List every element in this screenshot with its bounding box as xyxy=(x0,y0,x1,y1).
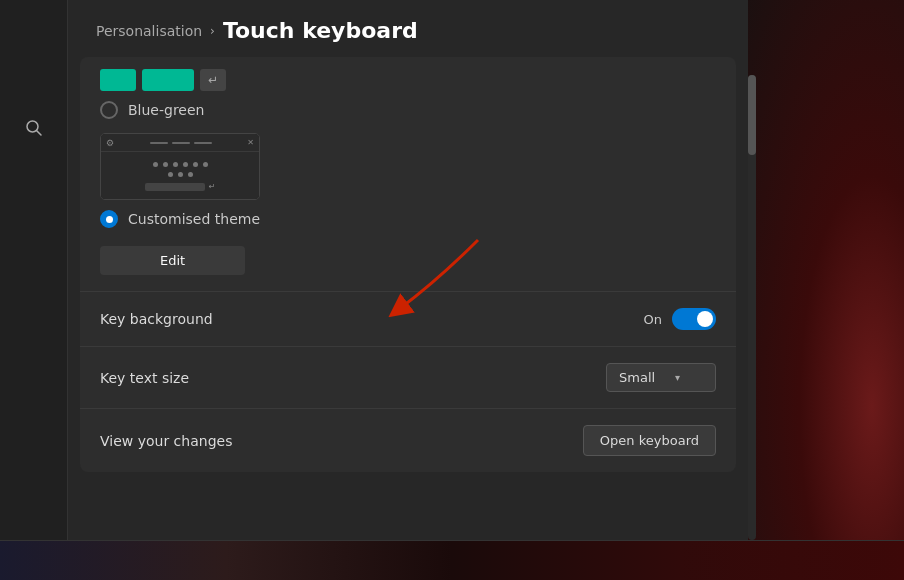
view-changes-label: View your changes xyxy=(100,433,232,449)
preview-dots-row-1 xyxy=(109,162,251,167)
dot-3 xyxy=(173,162,178,167)
theme-selection-section: ↵ Blue-green ⚙ xyxy=(80,57,736,292)
preview-dash-lines xyxy=(117,142,244,144)
page-title: Touch keyboard xyxy=(223,18,418,43)
dash-line-1 xyxy=(150,142,168,144)
svg-line-1 xyxy=(37,131,42,136)
header: Personalisation › Touch keyboard xyxy=(68,0,748,57)
scrollbar-thumb[interactable] xyxy=(748,75,756,155)
chevron-down-icon: ▾ xyxy=(675,372,680,383)
sidebar xyxy=(0,0,68,580)
key-background-row: Key background On xyxy=(80,292,736,347)
breadcrumb-chevron: › xyxy=(210,24,215,38)
key-green-2 xyxy=(142,69,194,91)
background-right xyxy=(744,0,904,580)
scrollbar-track[interactable] xyxy=(748,75,756,540)
dash-line-2 xyxy=(172,142,190,144)
preview-settings-icon: ⚙ xyxy=(106,138,114,148)
dot-4 xyxy=(183,162,188,167)
key-text-size-row: Key text size Small ▾ xyxy=(80,347,736,408)
key-background-label: Key background xyxy=(100,311,213,327)
key-background-toggle[interactable] xyxy=(672,308,716,330)
keyboard-top-preview: ↵ xyxy=(100,69,716,91)
customised-theme-radio[interactable] xyxy=(100,210,118,228)
main-content: Personalisation › Touch keyboard ↵ Blue-… xyxy=(68,0,748,580)
key-enter: ↵ xyxy=(200,69,226,91)
blue-green-label: Blue-green xyxy=(128,102,204,118)
dot-1 xyxy=(153,162,158,167)
content-panel: ↵ Blue-green ⚙ xyxy=(80,57,736,472)
preview-spacebar xyxy=(145,183,205,191)
dash-line-3 xyxy=(194,142,212,144)
dot-5 xyxy=(193,162,198,167)
key-background-control: On xyxy=(644,308,716,330)
dot-8 xyxy=(178,172,183,177)
customised-theme-label: Customised theme xyxy=(128,211,260,227)
customised-theme-radio-option[interactable]: Customised theme xyxy=(100,210,260,228)
customised-theme-section: ⚙ ✕ xyxy=(100,133,716,275)
preview-enter-icon: ↵ xyxy=(209,182,216,191)
dot-6 xyxy=(203,162,208,167)
search-icon xyxy=(25,119,43,137)
key-text-size-dropdown[interactable]: Small ▾ xyxy=(606,363,716,392)
key-green-1 xyxy=(100,69,136,91)
preview-dots-row-2 xyxy=(109,172,251,177)
open-keyboard-button[interactable]: Open keyboard xyxy=(583,425,716,456)
blue-green-option[interactable]: Blue-green xyxy=(100,101,716,119)
breadcrumb: Personalisation xyxy=(96,23,202,39)
key-background-status: On xyxy=(644,312,662,327)
search-icon-container[interactable] xyxy=(16,110,52,146)
dot-9 xyxy=(188,172,193,177)
preview-body: ↵ xyxy=(101,152,259,199)
blue-green-radio[interactable] xyxy=(100,101,118,119)
key-text-size-value: Small xyxy=(619,370,655,385)
preview-titlebar: ⚙ ✕ xyxy=(101,134,259,152)
dot-2 xyxy=(163,162,168,167)
preview-bottom-row: ↵ xyxy=(109,182,251,191)
bottom-row: View your changes Open keyboard xyxy=(80,408,736,472)
preview-close-icon: ✕ xyxy=(247,138,254,147)
key-text-size-label: Key text size xyxy=(100,370,189,386)
edit-button[interactable]: Edit xyxy=(100,246,245,275)
taskbar xyxy=(0,540,904,580)
keyboard-preview-box: ⚙ ✕ xyxy=(100,133,260,200)
dot-7 xyxy=(168,172,173,177)
